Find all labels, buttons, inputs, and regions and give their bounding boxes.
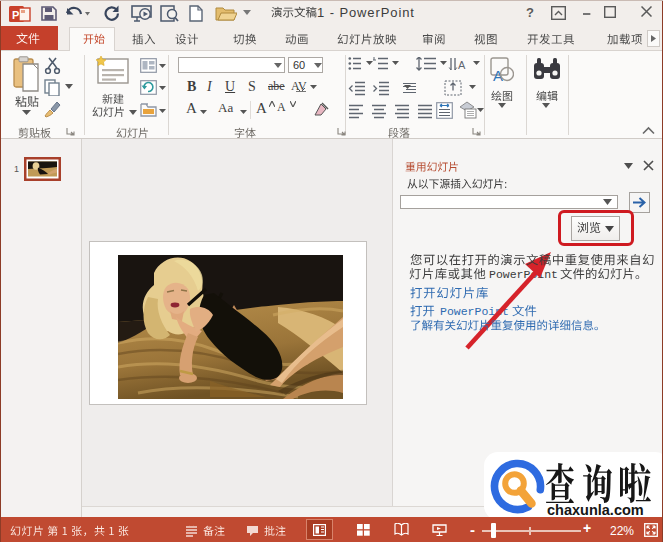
svg-text:A: A xyxy=(458,59,466,71)
svg-text:P: P xyxy=(12,9,19,21)
